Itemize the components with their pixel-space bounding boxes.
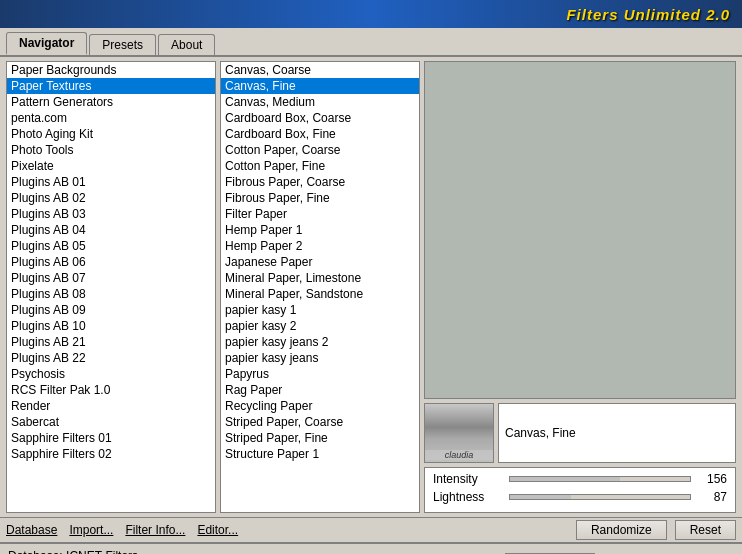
category-list-item[interactable]: Sabercat <box>7 414 215 430</box>
category-list-item[interactable]: Pattern Generators <box>7 94 215 110</box>
filter-list-item[interactable]: Canvas, Medium <box>221 94 419 110</box>
database-info: Database: ICNET-Filters <box>8 547 138 554</box>
category-list-item[interactable]: Paper Backgrounds <box>7 62 215 78</box>
canvas-preview <box>425 62 735 398</box>
filter-list-item[interactable]: Striped Paper, Coarse <box>221 414 419 430</box>
slider-fill <box>510 477 620 481</box>
randomize-button[interactable]: Randomize <box>576 520 667 540</box>
category-list-panel: Paper BackgroundsPaper TexturesPattern G… <box>6 61 216 513</box>
slider-label: Lightness <box>433 490 503 504</box>
title-bar: Filters Unlimited 2.0 <box>0 0 742 28</box>
thumbnail-caption: claudia <box>425 450 493 460</box>
category-list-item[interactable]: Plugins AB 05 <box>7 238 215 254</box>
status-info: Database: ICNET-Filters Filters: 4595 <box>8 547 138 554</box>
status-bar: Database: ICNET-Filters Filters: 4595 Ap… <box>0 542 742 554</box>
filter-list-item[interactable]: Cardboard Box, Fine <box>221 126 419 142</box>
filter-list-item[interactable]: Rag Paper <box>221 382 419 398</box>
filter-list-item[interactable]: Cardboard Box, Coarse <box>221 110 419 126</box>
filter-name-text: Canvas, Fine <box>505 426 576 440</box>
filter-list-item[interactable]: Mineral Paper, Limestone <box>221 270 419 286</box>
category-list-item[interactable]: Sapphire Filters 02 <box>7 446 215 462</box>
tab-bar: Navigator Presets About <box>0 28 742 57</box>
filter-list-item[interactable]: Fibrous Paper, Fine <box>221 190 419 206</box>
tab-presets[interactable]: Presets <box>89 34 156 55</box>
filter-list-item[interactable]: papier kasy 2 <box>221 318 419 334</box>
category-list-item[interactable]: Plugins AB 21 <box>7 334 215 350</box>
filter-list-item[interactable]: Papyrus <box>221 366 419 382</box>
action-link[interactable]: Database <box>6 523 57 537</box>
category-list-item[interactable]: Pixelate <box>7 158 215 174</box>
category-list-item[interactable]: Plugins AB 10 <box>7 318 215 334</box>
category-list-item[interactable]: Plugins AB 01 <box>7 174 215 190</box>
filter-list-item[interactable]: Striped Paper, Fine <box>221 430 419 446</box>
filter-list[interactable]: Canvas, CoarseCanvas, FineCanvas, Medium… <box>221 62 419 512</box>
category-list-item[interactable]: Plugins AB 22 <box>7 350 215 366</box>
action-bar-left: DatabaseImport...Filter Info...Editor... <box>6 523 238 537</box>
thumbnail-image: claudia <box>425 404 493 462</box>
filter-list-item[interactable]: Cotton Paper, Coarse <box>221 142 419 158</box>
filter-list-item[interactable]: Mineral Paper, Sandstone <box>221 286 419 302</box>
action-link[interactable]: Editor... <box>197 523 238 537</box>
filter-list-item[interactable]: papier kasy jeans <box>221 350 419 366</box>
filter-list-item[interactable]: Canvas, Coarse <box>221 62 419 78</box>
category-list-item[interactable]: Psychosis <box>7 366 215 382</box>
filter-list-item[interactable]: papier kasy jeans 2 <box>221 334 419 350</box>
category-list-item[interactable]: Render <box>7 398 215 414</box>
app-title: Filters Unlimited 2.0 <box>566 6 730 23</box>
slider-value: 87 <box>697 490 727 504</box>
tab-navigator[interactable]: Navigator <box>6 32 87 55</box>
slider-track[interactable] <box>509 476 691 482</box>
filter-list-item[interactable]: Structure Paper 1 <box>221 446 419 462</box>
main-content: Paper BackgroundsPaper TexturesPattern G… <box>0 57 742 517</box>
category-list-item[interactable]: Plugins AB 06 <box>7 254 215 270</box>
filter-list-item[interactable]: Filter Paper <box>221 206 419 222</box>
filter-list-item[interactable]: Hemp Paper 2 <box>221 238 419 254</box>
category-list-item[interactable]: Plugins AB 09 <box>7 302 215 318</box>
tab-about[interactable]: About <box>158 34 215 55</box>
database-label: Database: <box>8 549 63 554</box>
category-list[interactable]: Paper BackgroundsPaper TexturesPattern G… <box>7 62 215 512</box>
category-list-item[interactable]: Photo Aging Kit <box>7 126 215 142</box>
filter-list-item[interactable]: Cotton Paper, Fine <box>221 158 419 174</box>
action-link[interactable]: Import... <box>69 523 113 537</box>
category-list-item[interactable]: Sapphire Filters 01 <box>7 430 215 446</box>
preview-area <box>424 61 736 399</box>
slider-value: 156 <box>697 472 727 486</box>
category-list-item[interactable]: RCS Filter Pak 1.0 <box>7 382 215 398</box>
slider-track[interactable] <box>509 494 691 500</box>
category-list-item[interactable]: Plugins AB 08 <box>7 286 215 302</box>
category-list-item[interactable]: Plugins AB 02 <box>7 190 215 206</box>
slider-row: Lightness 87 <box>433 490 727 504</box>
filter-thumbnail: claudia <box>424 403 494 463</box>
filter-list-item[interactable]: Canvas, Fine <box>221 78 419 94</box>
slider-row: Intensity 156 <box>433 472 727 486</box>
filter-list-item[interactable]: Japanese Paper <box>221 254 419 270</box>
slider-fill <box>510 495 571 499</box>
reset-button[interactable]: Reset <box>675 520 736 540</box>
sliders-area: Intensity 156 Lightness 87 <box>424 467 736 513</box>
filter-list-item[interactable]: Hemp Paper 1 <box>221 222 419 238</box>
category-list-item[interactable]: Plugins AB 03 <box>7 206 215 222</box>
action-bar-right: RandomizeReset <box>576 520 736 540</box>
filter-list-panel: Canvas, CoarseCanvas, FineCanvas, Medium… <box>220 61 420 513</box>
database-value: ICNET-Filters <box>66 549 138 554</box>
category-list-item[interactable]: Paper Textures <box>7 78 215 94</box>
action-link[interactable]: Filter Info... <box>125 523 185 537</box>
action-bar: DatabaseImport...Filter Info...Editor...… <box>0 517 742 542</box>
category-list-item[interactable]: Photo Tools <box>7 142 215 158</box>
info-row: claudia Canvas, Fine <box>424 403 736 463</box>
right-panel: claudia Canvas, Fine Intensity 156 Light… <box>424 61 736 513</box>
category-list-item[interactable]: Plugins AB 07 <box>7 270 215 286</box>
category-list-item[interactable]: penta.com <box>7 110 215 126</box>
filter-list-item[interactable]: Recycling Paper <box>221 398 419 414</box>
filter-list-item[interactable]: Fibrous Paper, Coarse <box>221 174 419 190</box>
slider-label: Intensity <box>433 472 503 486</box>
filter-list-item[interactable]: papier kasy 1 <box>221 302 419 318</box>
filter-name-display: Canvas, Fine <box>498 403 736 463</box>
category-list-item[interactable]: Plugins AB 04 <box>7 222 215 238</box>
